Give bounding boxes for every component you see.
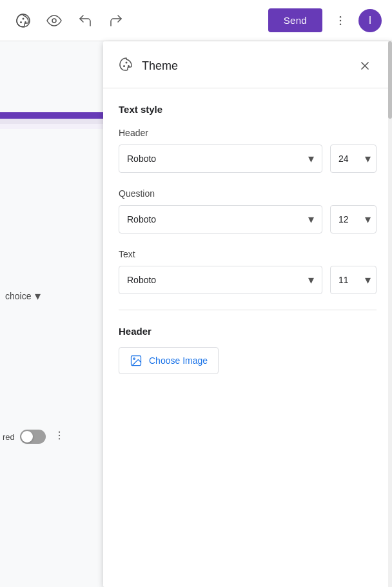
section-divider: [119, 310, 377, 310]
svg-point-5: [340, 15, 342, 17]
choice-label: choice: [5, 291, 31, 301]
theme-panel: Theme Text style Header Roboto ▾: [103, 41, 392, 587]
more-options-button[interactable]: [328, 8, 353, 34]
theme-panel-title: Theme: [142, 59, 346, 73]
svg-point-10: [59, 438, 60, 439]
header-font-value: Roboto: [127, 154, 308, 164]
red-label: red: [3, 432, 15, 442]
choice-dropdown-arrow[interactable]: ▾: [35, 289, 41, 303]
svg-point-7: [340, 23, 342, 25]
text-style-controls: Roboto ▾ 11 ▾: [119, 266, 377, 294]
svg-point-9: [59, 435, 60, 436]
question-size-value: 12: [338, 214, 362, 224]
main-content: choice ▾ red: [0, 41, 392, 587]
question-size-arrow: ▾: [365, 212, 371, 226]
question-font-arrow: ▾: [308, 212, 314, 226]
choose-image-label: Choose Image: [149, 355, 208, 366]
question-font-value: Roboto: [127, 214, 308, 224]
header-font-arrow: ▾: [308, 152, 314, 166]
choose-image-button[interactable]: Choose Image: [119, 347, 219, 374]
text-style-section-title: Text style: [119, 104, 377, 115]
text-font-select[interactable]: Roboto ▾: [119, 266, 322, 294]
header-style-row: Header Roboto ▾ 24 ▾: [119, 128, 377, 173]
scrollbar[interactable]: [388, 41, 392, 587]
question-style-row: Question Roboto ▾ 12 ▾: [119, 188, 377, 234]
avatar[interactable]: I: [358, 9, 382, 32]
text-font-arrow: ▾: [308, 273, 314, 287]
theme-panel-body: Text style Header Roboto ▾ 24 ▾ Quest: [103, 88, 392, 390]
form-background: choice ▾ red: [0, 41, 104, 587]
row-more-options[interactable]: [54, 430, 65, 444]
svg-point-4: [52, 19, 56, 23]
svg-point-3: [23, 17, 24, 19]
svg-point-8: [59, 432, 60, 433]
header-font-select[interactable]: Roboto ▾: [119, 144, 322, 173]
svg-point-13: [126, 62, 128, 64]
text-size-arrow: ▾: [365, 273, 371, 287]
text-font-value: Roboto: [127, 275, 308, 285]
header-style-label: Header: [119, 128, 377, 138]
text-style-row: Text Roboto ▾ 11 ▾: [119, 249, 377, 294]
text-size-value: 11: [338, 275, 362, 285]
svg-point-6: [340, 19, 342, 21]
question-style-label: Question: [119, 188, 377, 199]
form-bg-purple-bar: [0, 112, 104, 119]
theme-panel-header: Theme: [103, 41, 392, 88]
send-button[interactable]: Send: [268, 8, 322, 32]
header-size-value: 24: [338, 154, 362, 164]
question-font-select[interactable]: Roboto ▾: [119, 205, 322, 234]
toggle-knob: [21, 431, 33, 443]
toolbar: Send I: [0, 0, 392, 41]
toggle-switch[interactable]: [20, 430, 46, 444]
svg-point-1: [20, 21, 22, 23]
palette-icon-button[interactable]: [10, 8, 36, 34]
redo-icon-button[interactable]: [103, 8, 129, 34]
undo-icon-button[interactable]: [72, 8, 98, 34]
text-style-label: Text: [119, 249, 377, 259]
header-size-arrow: ▾: [365, 152, 371, 166]
theme-palette-icon: [119, 57, 134, 75]
svg-point-11: [123, 65, 125, 67]
header-size-select[interactable]: 24 ▾: [330, 144, 377, 173]
svg-point-12: [128, 65, 130, 67]
header-section-title: Header: [119, 326, 377, 337]
question-size-select[interactable]: 12 ▾: [330, 205, 377, 234]
svg-point-17: [133, 358, 135, 360]
preview-icon-button[interactable]: [41, 8, 67, 34]
theme-close-button[interactable]: [353, 54, 377, 77]
scroll-thumb[interactable]: [388, 41, 392, 119]
header-style-controls: Roboto ▾ 24 ▾: [119, 144, 377, 173]
question-style-controls: Roboto ▾ 12 ▾: [119, 205, 377, 234]
text-size-select[interactable]: 11 ▾: [330, 266, 377, 294]
